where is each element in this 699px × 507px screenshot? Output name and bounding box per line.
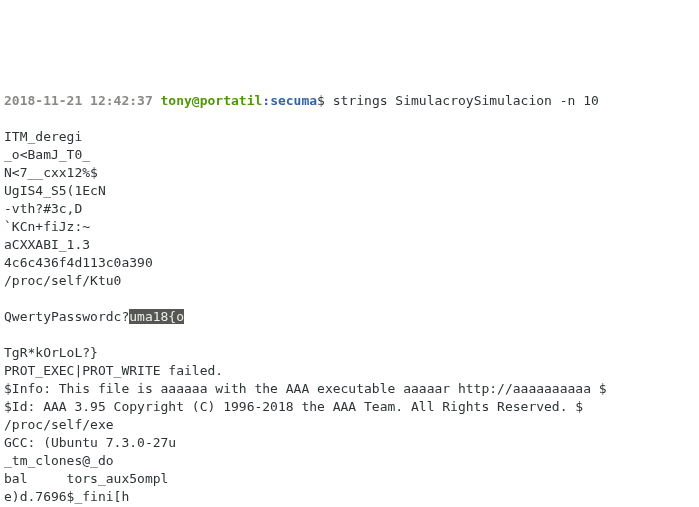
prompt-line-1: 2018-11-21 12:42:37 tony@portatil:secuma… [4, 92, 695, 110]
highlight-before: QwertyPasswordc? [4, 309, 129, 324]
output-block: ITM_deregi_o<BamJ_T0_N<7__cxx12%$UgIS4_S… [4, 128, 695, 290]
output-line: `KCn+fiJz:~ [4, 218, 695, 236]
output-line: PROT_EXEC|PROT_WRITE failed. [4, 362, 695, 380]
output-line: -vth?#3c,D [4, 200, 695, 218]
output-line: GCC: (Ubuntu 7.3.0-27u [4, 434, 695, 452]
user-host-1: tony@portatil [161, 93, 263, 108]
output-line: _o<BamJ_T0_ [4, 146, 695, 164]
prompt-symbol-1: $ [317, 93, 333, 108]
separator-1: : [262, 93, 270, 108]
output-line: e)d.7696$_fini[h [4, 488, 695, 506]
output-line: UgIS4_S5(1EcN [4, 182, 695, 200]
output-line: bal tors_aux5ompl [4, 470, 695, 488]
terminal[interactable]: 2018-11-21 12:42:37 tony@portatil:secuma… [4, 74, 695, 507]
output-line: aCXXABI_1.3 [4, 236, 695, 254]
output-line: 4c6c436f4d113c0a390 [4, 254, 695, 272]
output-line: N<7__cxx12%$ [4, 164, 695, 182]
output-line: /proc/self/exe [4, 416, 695, 434]
cwd-1: secuma [270, 93, 317, 108]
timestamp-1: 2018-11-21 12:42:37 [4, 93, 153, 108]
output-line: $Info: This file is aaaaaa with the AAA … [4, 380, 695, 398]
output-line: _tm_clones@_do [4, 452, 695, 470]
highlight-text: uma18{o [129, 309, 184, 324]
output-line: ITM_deregi [4, 128, 695, 146]
command-text: strings SimulacroySimulacion -n 10 [333, 93, 599, 108]
highlighted-output-line: QwertyPasswordc?uma18{o [4, 308, 695, 326]
output-line: TgR*kOrLoL?} [4, 344, 695, 362]
output-line: $Id: AAA 3.95 Copyright (C) 1996-2018 th… [4, 398, 695, 416]
output-line: /proc/self/Ktu0 [4, 272, 695, 290]
output-block-after: TgR*kOrLoL?}PROT_EXEC|PROT_WRITE failed.… [4, 344, 695, 507]
